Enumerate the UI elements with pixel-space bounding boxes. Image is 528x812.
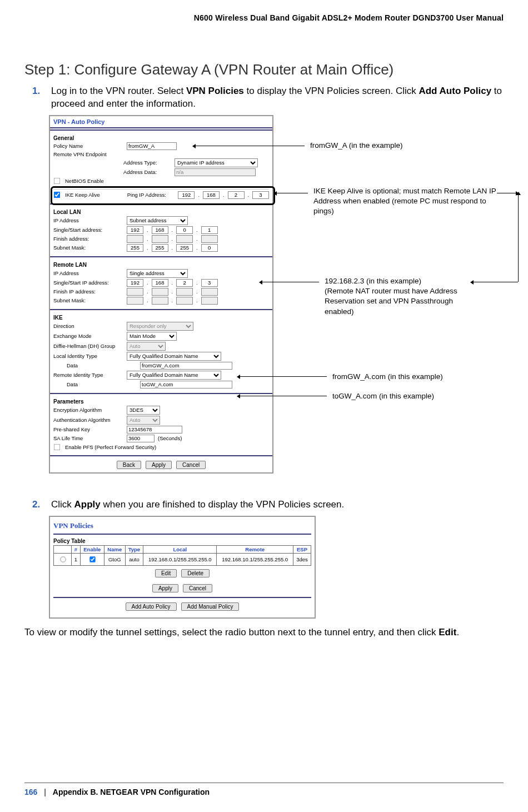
local-type-select[interactable]: Subnet address (127, 216, 188, 225)
remote-fin-2 (152, 288, 168, 296)
emphasis: VPN Policies (186, 86, 244, 96)
callout-remote-ip: 192.168.2.3 (in this example) (Remote NA… (325, 276, 469, 317)
local-mask-3[interactable] (176, 244, 193, 252)
remote-ss-4[interactable] (201, 279, 218, 287)
addr-type-select[interactable]: Dynamic IP address (175, 158, 258, 167)
netbios-label: NetBIOS Enable (65, 178, 104, 184)
figure-vpn-auto-policy: VPN - Auto Policy General Policy Name Re… (49, 115, 504, 493)
remote-endpoint-label: Remote VPN Endpoint (53, 151, 123, 157)
pfs-checkbox[interactable] (54, 444, 61, 451)
section-parameters: Parameters (53, 398, 269, 405)
exchange-label: Exchange Mode (53, 333, 123, 339)
local-mask-2[interactable] (152, 244, 168, 252)
remote-ss-1[interactable] (127, 279, 143, 287)
lit-select[interactable]: Fully Qualified Domain Name (127, 352, 221, 361)
row-name: GtoG (104, 553, 125, 565)
window-title: VPN Policies (53, 520, 311, 532)
direction-label: Direction (53, 323, 123, 329)
local-mask-label: Subnet Mask: (53, 245, 123, 251)
text: Log in to the VPN router. Select (51, 86, 186, 96)
arrow-icon (238, 376, 327, 377)
direction-select: Responder only (127, 322, 193, 331)
delete-button[interactable]: Delete (181, 569, 210, 577)
remote-mask-3 (176, 297, 193, 305)
add-auto-policy-button[interactable]: Add Auto Policy (126, 602, 177, 611)
local-fin-4 (201, 235, 218, 243)
vpn-policies-window: VPN Policies Policy Table # Enable Name … (49, 516, 316, 619)
arrow-icon (238, 396, 327, 396)
text: . (456, 627, 459, 637)
text: Click (51, 499, 74, 510)
netbios-checkbox[interactable] (54, 178, 61, 185)
edit-button[interactable]: Edit (155, 569, 177, 577)
addr-type-label: Address Type: (123, 160, 171, 166)
remote-mask-4 (201, 297, 218, 305)
row-enable-checkbox[interactable] (89, 556, 95, 562)
connector-line (518, 193, 519, 282)
enc-select[interactable]: 3DES (127, 406, 160, 415)
step-title: Step 1: Configure Gateway A (VPN Router … (24, 61, 504, 78)
remote-ss-2[interactable] (152, 279, 168, 287)
highlight-box (51, 186, 275, 205)
row-radio[interactable] (60, 557, 66, 562)
remote-ip-label: IP Address (53, 270, 123, 276)
back-button[interactable]: Back (117, 461, 141, 469)
cancel-button[interactable]: Cancel (183, 584, 212, 592)
step-1: 1. Log in to the VPN router. Select VPN … (32, 85, 504, 111)
apply-button[interactable]: Apply (146, 461, 172, 469)
section-general: General (53, 135, 269, 141)
local-ss-1[interactable] (127, 226, 143, 234)
table-row: 1 GtoG auto 192.168.0.1/255.255.255.0 19… (54, 553, 311, 565)
section-ike: IKE (53, 315, 269, 321)
addr-data-input (175, 168, 256, 176)
dh-select: Auto (127, 342, 166, 351)
callout-local-data: fromGW_A.com (in this example) (332, 372, 443, 382)
local-mask-1[interactable] (127, 244, 143, 252)
psk-input[interactable] (127, 426, 182, 434)
rit-data-input[interactable] (140, 381, 232, 388)
row-remote: 192.168.10.1/255.255.255.0 (217, 553, 293, 565)
remote-ss-3[interactable] (176, 279, 193, 287)
arrow-icon (497, 193, 518, 193)
sa-label: SA Life Time (53, 435, 123, 441)
page-footer: 166 | Appendix B. NETGEAR VPN Configurat… (24, 783, 504, 796)
policy-name-label: Policy Name (53, 143, 123, 149)
local-ss-3[interactable] (176, 226, 193, 234)
col-local: Local (143, 545, 217, 553)
remote-fin-1 (127, 288, 143, 296)
exchange-select[interactable]: Main Mode (127, 332, 177, 341)
callout-policy-name: fromGW_A (in the example) (310, 141, 403, 151)
policy-table: # Enable Name Type Local Remote ESP 1 Gt… (53, 545, 311, 566)
dh-label: Diffie-Hellman (DH) Group (53, 343, 123, 349)
rit-label: Remote Identity Type (53, 372, 123, 378)
arrow-icon (193, 146, 305, 146)
lit-data-input[interactable] (140, 362, 232, 370)
rit-select[interactable]: Fully Qualified Domain Name (127, 371, 221, 380)
remote-fin-label: Finish IP address: (53, 288, 123, 295)
window-title: VPN - Auto Policy (50, 116, 272, 128)
local-ss-2[interactable] (152, 226, 168, 234)
col-esp: ESP (293, 545, 311, 553)
page-number: 166 (24, 788, 37, 796)
local-mask-4[interactable] (201, 244, 218, 252)
policy-name-input[interactable] (127, 142, 177, 150)
enc-label: Encryption Algorithm (53, 407, 123, 413)
cancel-button[interactable]: Cancel (176, 461, 206, 469)
sa-input[interactable] (127, 435, 155, 442)
local-fin-1 (127, 235, 143, 243)
section-local-lan: Local LAN (53, 209, 269, 215)
col-enable: Enable (80, 545, 104, 553)
row-num: 1 (72, 553, 80, 565)
pfs-label: Enable PFS (Perfect Forward Security) (65, 444, 156, 450)
auth-label: Authentication Algorithm (53, 417, 123, 423)
text: to display the VPN Policies screen. Clic… (244, 86, 419, 96)
emphasis: Apply (74, 499, 101, 510)
row-type: auto (125, 553, 143, 565)
remote-type-select[interactable]: Single address (127, 269, 188, 278)
local-ss-4[interactable] (201, 226, 218, 234)
col-num: # (72, 545, 80, 553)
callout-ike-keepalive: IKE Keep Alive is optional; must match R… (313, 186, 497, 217)
apply-button[interactable]: Apply (152, 584, 178, 592)
add-manual-policy-button[interactable]: Add Manual Policy (181, 602, 240, 611)
row-local: 192.168.0.1/255.255.255.0 (143, 553, 217, 565)
